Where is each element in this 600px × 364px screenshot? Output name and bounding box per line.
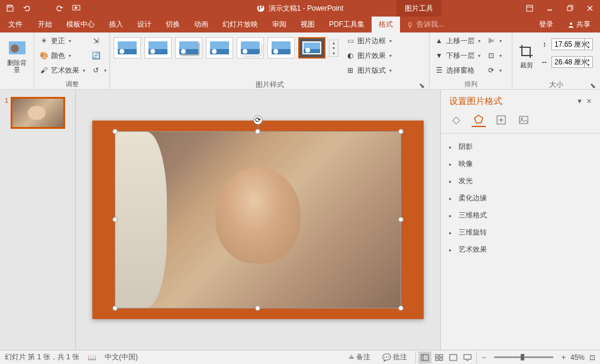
redo-button[interactable] [52, 1, 67, 15]
remove-background-button[interactable]: 删除背景 [2, 34, 31, 79]
minimize-button[interactable] [540, 0, 560, 17]
fit-to-window-button[interactable]: ⊡ [589, 353, 595, 362]
send-backward-button[interactable]: ▼下移一层 [432, 48, 483, 63]
style-preset-3[interactable] [175, 37, 202, 58]
tab-file[interactable]: 文件 [0, 17, 31, 32]
resize-handle-bl[interactable] [112, 306, 118, 311]
zoom-slider[interactable] [494, 356, 553, 358]
style-preset-7[interactable] [298, 37, 325, 58]
rotate-button[interactable]: ⟳ [484, 63, 504, 77]
pane-item-reflection[interactable]: 映像 [449, 155, 592, 173]
tell-me-search[interactable]: 告诉我... [400, 17, 444, 32]
artistic-effects-button[interactable]: 🖌艺术效果 [37, 63, 88, 77]
tab-animations[interactable]: 动画 [187, 17, 215, 32]
picture-border-button[interactable]: ▭图片边框 [343, 34, 394, 48]
resize-handle-br[interactable] [398, 306, 404, 311]
tab-view[interactable]: 视图 [293, 17, 322, 32]
undo-button[interactable] [19, 1, 34, 15]
ribbon-options-button[interactable] [520, 0, 540, 17]
zoom-out-button[interactable]: − [482, 353, 486, 362]
styles-gallery-more[interactable]: ▴▾▾ [329, 40, 338, 57]
pane-item-3d-format[interactable]: 三维格式 [449, 207, 592, 224]
qat-customize-dropdown[interactable] [85, 1, 101, 15]
align-button[interactable]: ⊫ [484, 34, 504, 48]
pane-close-button[interactable]: ✕ [586, 98, 592, 105]
start-slideshow-button[interactable] [69, 1, 84, 15]
styles-dialog-launcher[interactable]: ⬊ [418, 82, 425, 89]
language-indicator[interactable]: 中文(中国) [105, 352, 138, 362]
color-button[interactable]: 🎨颜色 [37, 48, 88, 63]
slide[interactable]: ⟳ [92, 121, 424, 319]
pane-item-artistic[interactable]: 艺术效果 [449, 241, 592, 258]
resize-handle-l[interactable] [112, 217, 118, 222]
status-bar: 幻灯片 第 1 张，共 1 张 📖 中文(中国) ≐ 备注 💬 批注 − + 4… [0, 350, 600, 364]
thumbnail-1[interactable]: 1 [5, 97, 70, 129]
slide-thumbnails-panel[interactable]: 1 [0, 90, 76, 350]
powerpoint-icon: P [257, 4, 265, 12]
notes-button[interactable]: ≐ 备注 [345, 351, 374, 363]
change-picture-button[interactable]: 🔄 [89, 48, 109, 63]
resize-handle-b[interactable] [255, 306, 260, 311]
reset-picture-button[interactable]: ↺ [89, 63, 109, 77]
pane-tab-size[interactable] [494, 113, 508, 127]
tab-transitions[interactable]: 切换 [159, 17, 187, 32]
spellcheck-icon[interactable]: 📖 [88, 353, 96, 362]
zoom-in-button[interactable]: + [562, 353, 566, 362]
style-preset-6[interactable] [267, 37, 295, 58]
selected-picture[interactable]: ⟳ [115, 131, 401, 308]
tab-format[interactable]: 格式 [372, 17, 400, 32]
slide-counter[interactable]: 幻灯片 第 1 张，共 1 张 [5, 352, 79, 362]
resize-handle-tr[interactable] [398, 129, 404, 134]
pane-item-3d-rotation[interactable]: 三维旋转 [449, 224, 592, 241]
picture-styles-gallery[interactable]: ▴▾▾ [112, 34, 340, 62]
pane-item-shadow[interactable]: 阴影 [449, 138, 592, 155]
group-button[interactable]: ⊡ [484, 48, 504, 63]
height-input[interactable]: 17.65 厘米▴▾ [551, 38, 593, 50]
share-button[interactable]: 共享 [563, 20, 595, 30]
tab-insert[interactable]: 插入 [102, 17, 130, 32]
restore-button[interactable] [560, 0, 580, 17]
zoom-level[interactable]: 45% [570, 353, 585, 362]
reading-view-button[interactable] [447, 352, 460, 363]
resize-handle-r[interactable] [398, 217, 404, 222]
pane-tab-picture[interactable] [517, 113, 531, 127]
tab-home[interactable]: 开始 [31, 17, 59, 32]
bring-forward-button[interactable]: ▲上移一层 [432, 34, 483, 48]
picture-effects-button[interactable]: ◐图片效果 [343, 48, 394, 63]
width-input[interactable]: 26.48 厘米▴▾ [551, 56, 593, 68]
undo-dropdown[interactable] [36, 1, 51, 15]
compress-pictures-button[interactable]: ⇲ [89, 34, 109, 48]
workspace: 1 ⟳ 设置图片格式 ▼ ✕ [0, 90, 600, 350]
style-preset-1[interactable] [114, 37, 141, 58]
selection-pane-button[interactable]: ☰选择窗格 [432, 63, 483, 77]
pane-item-soft-edges[interactable]: 柔化边缘 [449, 190, 592, 207]
crop-button[interactable]: 裁剪 [515, 34, 538, 79]
slide-canvas[interactable]: ⟳ [76, 90, 440, 350]
tab-pdf[interactable]: PDF工具集 [322, 17, 372, 32]
tab-review[interactable]: 审阅 [265, 17, 293, 32]
corrections-button[interactable]: ☀更正 [37, 34, 88, 48]
close-button[interactable] [580, 0, 600, 17]
tab-design[interactable]: 设计 [130, 17, 159, 32]
slideshow-view-button[interactable] [461, 352, 474, 363]
save-button[interactable] [2, 1, 18, 15]
pane-tab-effects[interactable] [472, 113, 486, 127]
tab-slideshow[interactable]: 幻灯片放映 [215, 17, 265, 32]
comments-button[interactable]: 💬 批注 [379, 351, 411, 363]
style-preset-2[interactable] [144, 37, 172, 58]
sorter-view-button[interactable] [433, 352, 446, 363]
size-dialog-launcher[interactable]: ⬊ [589, 82, 596, 89]
style-preset-4[interactable] [206, 37, 233, 58]
picture-layout-button[interactable]: ⊞图片版式 [343, 63, 394, 77]
resize-handle-t[interactable] [255, 129, 260, 134]
normal-view-button[interactable] [418, 352, 431, 363]
slide-thumbnail[interactable] [11, 97, 65, 129]
pane-item-glow[interactable]: 发光 [449, 173, 592, 190]
pane-tab-fill[interactable] [449, 113, 463, 127]
tab-template[interactable]: 模板中心 [59, 17, 102, 32]
login-button[interactable]: 登录 [534, 20, 558, 30]
pane-options-button[interactable]: ▼ [576, 98, 583, 105]
resize-handle-tl[interactable] [112, 129, 118, 134]
style-preset-5[interactable] [237, 37, 264, 58]
rotation-handle[interactable]: ⟳ [253, 115, 263, 125]
